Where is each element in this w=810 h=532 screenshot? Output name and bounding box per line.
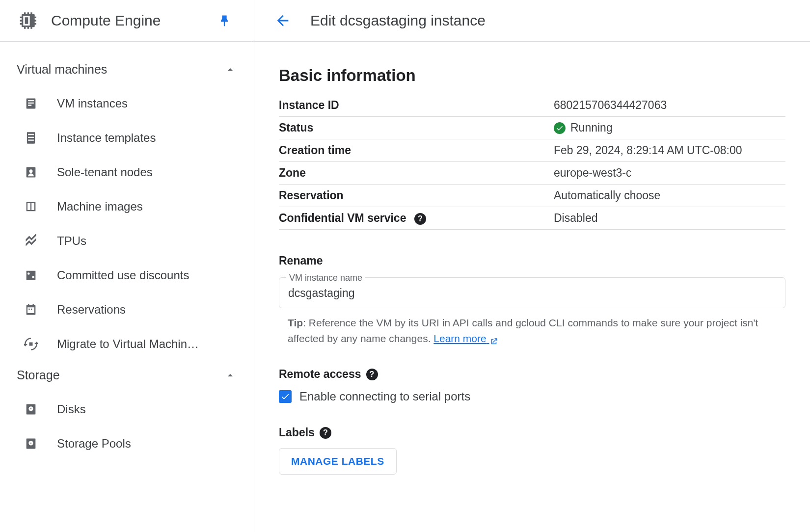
serial-ports-row: Enable connecting to serial ports <box>279 390 785 403</box>
info-value: Automatically choose <box>554 185 785 207</box>
chevron-up-icon <box>224 370 236 381</box>
table-row: Reservation Automatically choose <box>279 185 785 207</box>
status-text: Running <box>570 121 613 134</box>
reservation-icon <box>24 302 38 317</box>
basic-info-table: Instance ID 680215706344427063 Status Ru… <box>279 94 785 230</box>
sidebar-item-sole-tenant[interactable]: Sole-tenant nodes <box>0 155 254 189</box>
sidebar-item-storage-pools[interactable]: Storage Pools <box>0 426 254 461</box>
sidebar-item-label: Machine images <box>57 200 143 213</box>
sidebar-item-machine-images[interactable]: Machine images <box>0 189 254 224</box>
status-running-icon <box>554 122 566 134</box>
product-title: Compute Engine <box>51 12 201 29</box>
vm-name-field[interactable]: VM instance name <box>279 277 785 308</box>
manage-labels-button[interactable]: MANAGE LABELS <box>279 448 397 475</box>
serial-ports-label: Enable connecting to serial ports <box>299 390 470 403</box>
info-value: Disabled <box>554 207 785 230</box>
disk-icon <box>24 436 38 451</box>
tpu-icon <box>24 234 38 248</box>
info-value: Running <box>554 117 785 139</box>
info-key: Instance ID <box>279 94 554 117</box>
sidebar-group-title: Storage <box>17 368 60 382</box>
compute-engine-icon <box>17 11 36 30</box>
help-icon[interactable]: ? <box>366 369 378 380</box>
sidebar-item-label: Storage Pools <box>57 437 131 451</box>
help-icon[interactable]: ? <box>320 427 331 439</box>
sidebar-item-label: TPUs <box>57 234 86 248</box>
disk-icon <box>24 402 38 417</box>
sidebar-item-disks[interactable]: Disks <box>0 392 254 426</box>
back-button[interactable] <box>273 11 293 30</box>
table-row: Zone europe-west3-c <box>279 162 785 185</box>
sidebar-item-reservations[interactable]: Reservations <box>0 293 254 327</box>
info-key: Reservation <box>279 185 554 207</box>
labels-title: Labels <box>279 426 315 439</box>
machine-image-icon <box>24 199 38 214</box>
sidebar-item-label: VM instances <box>57 97 128 110</box>
main-panel: Edit dcsgastaging instance Basic informa… <box>254 0 810 532</box>
sidebar-content: Virtual machines VM instances Instance t… <box>0 42 254 532</box>
remote-access-title: Remote access <box>279 368 361 381</box>
sidebar-item-label: Reservations <box>57 303 126 317</box>
sidebar: Compute Engine Virtual machines VM insta… <box>0 0 254 532</box>
template-icon <box>24 131 38 145</box>
sidebar-item-committed-use[interactable]: Committed use discounts <box>0 258 254 293</box>
labels-heading: Labels ? <box>279 426 785 439</box>
sidebar-item-migrate[interactable]: Migrate to Virtual Machin… <box>0 327 254 361</box>
info-key: Confidential VM service ? <box>279 207 554 230</box>
sidebar-item-label: Sole-tenant nodes <box>57 165 153 179</box>
remote-access-heading: Remote access ? <box>279 368 785 381</box>
main-header: Edit dcsgastaging instance <box>254 0 810 42</box>
vm-icon <box>24 96 38 111</box>
info-key: Status <box>279 117 554 139</box>
sidebar-item-label: Migrate to Virtual Machin… <box>57 337 199 351</box>
discount-icon <box>24 268 38 283</box>
sidebar-item-vm-instances[interactable]: VM instances <box>0 86 254 121</box>
main-body: Basic information Instance ID 6802157063… <box>254 42 810 494</box>
info-value: europe-west3-c <box>554 162 785 185</box>
vm-name-label: VM instance name <box>286 273 365 283</box>
page-title: Edit dcsgastaging instance <box>310 12 486 29</box>
external-link-icon <box>489 335 498 344</box>
serial-ports-checkbox[interactable] <box>279 390 292 403</box>
section-title: Basic information <box>279 66 785 85</box>
info-value: Feb 29, 2024, 8:29:14 AM UTC-08:00 <box>554 139 785 162</box>
info-key: Zone <box>279 162 554 185</box>
sidebar-item-label: Committed use discounts <box>57 268 189 282</box>
info-key: Creation time <box>279 139 554 162</box>
tenant-icon <box>24 165 38 180</box>
chevron-up-icon <box>224 64 236 76</box>
table-row: Status Running <box>279 117 785 139</box>
pin-button[interactable] <box>216 12 233 29</box>
sidebar-group-storage[interactable]: Storage <box>0 361 254 392</box>
sidebar-item-label: Disks <box>57 402 86 416</box>
sidebar-item-instance-templates[interactable]: Instance templates <box>0 121 254 155</box>
sidebar-header: Compute Engine <box>0 0 254 42</box>
rename-title: Rename <box>279 254 785 267</box>
learn-more-link[interactable]: Learn more <box>433 333 498 344</box>
rename-tip: Tip: Reference the VM by its URI in API … <box>279 315 785 346</box>
info-value: 680215706344427063 <box>554 94 785 117</box>
table-row: Instance ID 680215706344427063 <box>279 94 785 117</box>
sidebar-item-tpus[interactable]: TPUs <box>0 224 254 258</box>
sidebar-group-title: Virtual machines <box>17 62 107 77</box>
table-row: Confidential VM service ? Disabled <box>279 207 785 230</box>
vm-name-input[interactable] <box>288 287 776 300</box>
table-row: Creation time Feb 29, 2024, 8:29:14 AM U… <box>279 139 785 162</box>
migrate-icon <box>24 337 38 351</box>
sidebar-group-virtual-machines[interactable]: Virtual machines <box>0 55 254 86</box>
sidebar-item-label: Instance templates <box>57 131 156 145</box>
help-icon[interactable]: ? <box>414 213 426 225</box>
